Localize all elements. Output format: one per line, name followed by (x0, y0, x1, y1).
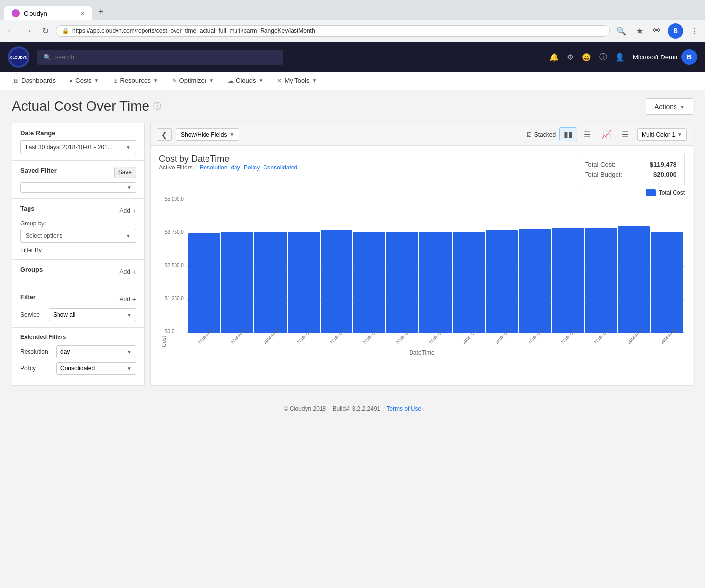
bookmark-icon-btn[interactable]: ★ (633, 25, 646, 38)
emoji-icon[interactable]: 😀 (582, 53, 591, 62)
app-navigation: ⊞ Dashboards ● Costs ▼ ⊞ Resources ▼ ✎ O… (0, 72, 705, 90)
bar-2018-10-07[interactable] (288, 232, 320, 333)
saved-filter-dropdown[interactable]: ▼ (20, 182, 136, 193)
bar-2018-10-01[interactable] (188, 233, 220, 333)
chart-inner: $5,000.0 $3,750.0 $2,500.0 $1,250.0 $0.0 (167, 200, 685, 347)
bar-2018-10-19[interactable] (486, 230, 518, 333)
settings-icon[interactable]: ⚙ (567, 53, 574, 62)
extension-icon-btn[interactable]: 👁 (650, 25, 664, 37)
info-icon[interactable]: ⓘ (153, 101, 161, 112)
bar-2018-10-27[interactable] (618, 226, 650, 333)
browser-tabs: Cloudyn × + (4, 4, 701, 20)
tags-add-button[interactable]: Add + (119, 207, 136, 215)
nav-resources[interactable]: ⊞ Resources ▼ (107, 72, 164, 90)
chart-header: Cost by DateTime Active Filters : Resolu… (159, 154, 685, 185)
main-layout: Date Range Last 30 days: 2018-10-01 - 20… (12, 123, 693, 386)
footer-build: Build#: 3.2.2.2491 (333, 405, 381, 412)
show-hide-fields-button[interactable]: Show/Hide Fields ▼ (176, 128, 239, 141)
stacked-label: Stacked (534, 131, 556, 138)
groups-header: Groups Add + (20, 266, 136, 277)
back-button[interactable]: ← (4, 25, 18, 37)
nav-costs[interactable]: ● Costs ▼ (63, 72, 105, 90)
user-avatar[interactable]: B (681, 49, 697, 65)
line-chart-icon[interactable]: 📈 (597, 127, 616, 141)
header-icons: 🔔 ⚙ 😀 ⓘ 👤 Microsoft Demo B (549, 49, 697, 65)
help-icon[interactable]: ⓘ (599, 52, 607, 62)
nav-dashboards[interactable]: ⊞ Dashboards (8, 72, 61, 90)
bar-2018-10-05[interactable] (254, 232, 286, 333)
bar-2018-10-17[interactable] (453, 232, 485, 333)
chart-legend: Total Cost (159, 189, 685, 196)
bar-2018-10-25[interactable] (585, 228, 617, 333)
combo-chart-icon[interactable]: ☰ (617, 127, 633, 141)
extended-filters-section: Extended Filters Resolution day ▼ Policy… (12, 328, 144, 385)
bar-2018-10-13[interactable] (386, 232, 418, 333)
chart-title: Cost by DateTime (159, 154, 297, 164)
tags-add-icon: + (132, 207, 136, 215)
collapse-sidebar-button[interactable]: ❮ (157, 128, 172, 141)
legend-item-total-cost: Total Cost (646, 189, 685, 196)
resolution-chevron: ▼ (127, 349, 132, 355)
active-filters: Active Filters : Resolution=day Policy=C… (159, 164, 297, 171)
resolution-dropdown[interactable]: day ▼ (56, 345, 136, 358)
service-dropdown[interactable]: Show all ▼ (49, 308, 136, 321)
filter-tag-1: Resolution=day (200, 164, 240, 171)
resolution-label: Resolution (20, 348, 52, 355)
chart-content: Cost by DateTime Active Filters : Resolu… (151, 146, 693, 364)
menu-icon-btn[interactable]: ⋮ (687, 25, 701, 38)
color-scheme-value: Multi-Color 1 (642, 131, 675, 138)
nav-clouds-label: Clouds (236, 77, 256, 84)
actions-chevron: ▼ (680, 104, 685, 110)
saved-filter-chevron: ▼ (127, 185, 132, 190)
search-input[interactable] (55, 54, 277, 61)
service-filter-row: Service Show all ▼ (20, 308, 136, 321)
profile-avatar[interactable]: B (668, 23, 683, 39)
terms-of-use-link[interactable]: Terms of Use (386, 405, 421, 412)
new-tab-button[interactable]: + (92, 4, 110, 20)
stacked-checkbox-container[interactable]: ☑ Stacked (527, 131, 556, 138)
forward-button[interactable]: → (22, 25, 35, 37)
groups-add-button[interactable]: Add + (119, 268, 136, 276)
color-scheme-dropdown[interactable]: Multi-Color 1 ▼ (637, 128, 687, 141)
bar-2018-10-23[interactable] (552, 228, 584, 333)
y-axis-label: Cost (159, 200, 167, 347)
grid-chart-icon[interactable]: ☷ (579, 127, 595, 141)
bar-2018-10-09[interactable] (321, 230, 352, 333)
policy-dropdown[interactable]: Consolidated ▼ (56, 362, 136, 375)
actions-button[interactable]: Actions ▼ (646, 98, 693, 115)
select-options-value: Select options (26, 232, 62, 239)
user-icon[interactable]: 👤 (615, 53, 625, 62)
bar-2018-10-15[interactable] (419, 232, 451, 333)
nav-resources-label: Resources (120, 77, 151, 84)
tags-section: Tags Add + Group by: Select options ▼ Fi… (12, 199, 144, 260)
bar-2018-10-03[interactable] (221, 232, 253, 333)
bar-2018-10-29[interactable] (651, 232, 683, 333)
tags-title: Tags (20, 205, 34, 212)
user-info: Microsoft Demo B (633, 49, 697, 65)
clouds-chevron: ▼ (259, 78, 264, 83)
nav-mytools[interactable]: ✕ My Tools ▼ (271, 72, 323, 90)
bar-2018-10-21[interactable] (519, 229, 551, 333)
nav-costs-label: Costs (75, 77, 91, 84)
nav-optimizer[interactable]: ✎ Optimizer ▼ (166, 72, 220, 90)
filter-add-button[interactable]: Add + (119, 295, 136, 303)
save-filter-button[interactable]: Save (114, 167, 136, 178)
bar-2018-10-11[interactable] (353, 232, 385, 333)
costs-icon: ● (69, 77, 73, 84)
filter-by-label[interactable]: Filter By (20, 247, 136, 253)
active-filters-label: Active Filters : (159, 164, 196, 171)
chart-type-icons: ▮▮ ☷ 📈 ☰ (559, 127, 633, 141)
tab-close-button[interactable]: × (81, 9, 85, 17)
stacked-checkmark: ☑ (527, 131, 532, 138)
nav-clouds[interactable]: ☁ Clouds ▼ (222, 72, 269, 90)
reload-button[interactable]: ↻ (39, 25, 52, 38)
bar-chart-icon[interactable]: ▮▮ (559, 127, 577, 141)
date-range-selector[interactable]: Last 30 days: 2018-10-01 - 201... ▼ (20, 140, 136, 154)
group-by-dropdown[interactable]: Select options ▼ (20, 229, 136, 243)
browser-chrome: Cloudyn × + (0, 0, 705, 20)
legend-label-total: Total Cost (659, 189, 685, 196)
notification-icon[interactable]: 🔔 (549, 53, 559, 62)
address-bar[interactable]: 🔒 https://app.cloudyn.com/reports/cost_o… (56, 25, 610, 37)
search-icon-btn[interactable]: 🔍 (614, 25, 629, 38)
search-box[interactable]: 🔍 (37, 50, 283, 65)
